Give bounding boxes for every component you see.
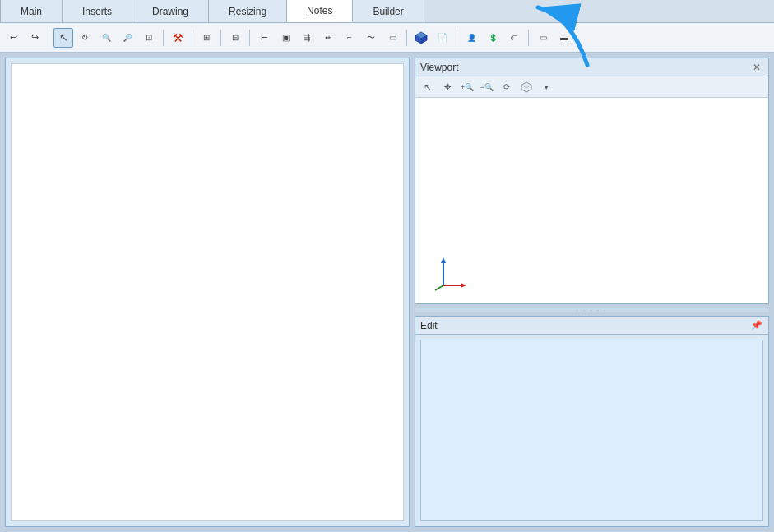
edit-header: Edit 📌: [415, 317, 768, 335]
tab-drawing[interactable]: Drawing: [132, 0, 209, 22]
arr2-button[interactable]: ⇷: [318, 28, 338, 48]
main-content: Viewport ✕ ↖ ✥ +🔍 −🔍 ⟳ ▾: [0, 53, 774, 532]
edit-title: Edit: [420, 320, 438, 331]
edit-pin-button[interactable]: 📌: [750, 319, 763, 332]
viewport-header: Viewport ✕: [415, 58, 768, 76]
resize-handle[interactable]: · · · · ·: [415, 308, 769, 312]
svg-line-11: [435, 285, 443, 290]
resize-button[interactable]: ⊟: [225, 28, 245, 48]
viewport-canvas[interactable]: [415, 98, 768, 303]
media1-button[interactable]: ▭: [533, 28, 553, 48]
resize-dots: · · · · ·: [576, 307, 607, 314]
select-button[interactable]: ↖: [53, 28, 73, 48]
sep5: [249, 30, 250, 46]
main-toolbar: ↩ ↪ ↖ ↻ 🔍 🔍 ⊡ ⚒ ⊞ ⊟ ⊢ ▣ ⇶ ⇷ ⌐ 〜 ▭ 📄 👤 💲 …: [0, 23, 774, 53]
edit-panel: Edit 📌: [415, 316, 769, 527]
sep1: [49, 30, 49, 46]
tab-builder[interactable]: Builder: [353, 0, 424, 22]
vp-zoom-out-button[interactable]: −🔍: [478, 79, 496, 95]
3d-panel-button[interactable]: [411, 28, 431, 48]
tab-main[interactable]: Main: [0, 0, 63, 22]
viewport-title: Viewport: [420, 62, 458, 73]
redo-button[interactable]: ↪: [25, 28, 44, 48]
canvas-panel: [5, 58, 410, 527]
vp-3d-icon: [520, 81, 533, 93]
undo-button[interactable]: ↩: [3, 28, 23, 48]
vp-zoom-in-button[interactable]: +🔍: [458, 79, 476, 95]
sep3: [192, 30, 192, 46]
vp-extra-button[interactable]: ▾: [537, 79, 555, 95]
grid-button[interactable]: ⊞: [197, 28, 216, 48]
rect-button[interactable]: ▭: [382, 28, 402, 48]
sep2: [163, 30, 164, 46]
tab-inserts[interactable]: Inserts: [63, 0, 132, 22]
tag-button[interactable]: 🏷: [504, 28, 524, 48]
corner-button[interactable]: ⌐: [340, 28, 359, 48]
money-button[interactable]: 💲: [483, 28, 503, 48]
measure-button[interactable]: ⊢: [254, 28, 274, 48]
zoom-out-button[interactable]: 🔍: [118, 28, 137, 48]
right-panel: Viewport ✕ ↖ ✥ +🔍 −🔍 ⟳ ▾: [415, 58, 769, 527]
sep7: [457, 30, 457, 46]
sep6: [406, 30, 407, 46]
svg-marker-10: [461, 283, 466, 288]
vp-pan-button[interactable]: ✥: [438, 79, 457, 95]
zoom-fit-button[interactable]: ⊡: [139, 28, 159, 48]
canvas-drawing-area[interactable]: [11, 63, 404, 521]
block-button[interactable]: ▣: [276, 28, 295, 48]
coordinate-axes: [427, 252, 468, 294]
rotate-button[interactable]: ↻: [75, 28, 95, 48]
drill-button[interactable]: ⚒: [168, 28, 188, 48]
vp-3d-button[interactable]: [517, 79, 535, 95]
arr1-button[interactable]: ⇶: [297, 28, 317, 48]
viewport-panel: Viewport ✕ ↖ ✥ +🔍 −🔍 ⟳ ▾: [415, 58, 769, 304]
media2-button[interactable]: ▬: [554, 28, 574, 48]
zoom-in-button[interactable]: 🔍: [96, 28, 116, 48]
tab-resizing[interactable]: Resizing: [209, 0, 287, 22]
tab-bar: Main Inserts Drawing Resizing Notes Buil…: [0, 0, 774, 23]
vp-select-button[interactable]: ↖: [419, 79, 437, 95]
tab-notes[interactable]: Notes: [287, 0, 353, 22]
viewport-close-button[interactable]: ✕: [750, 61, 763, 74]
page-button[interactable]: 📄: [433, 28, 452, 48]
edit-content-area[interactable]: [420, 340, 763, 521]
svg-marker-8: [441, 257, 446, 263]
wave-button[interactable]: 〜: [361, 28, 381, 48]
vp-orbit-button[interactable]: ⟳: [498, 79, 516, 95]
viewport-toolbar: ↖ ✥ +🔍 −🔍 ⟳ ▾: [415, 76, 768, 98]
cube-icon: [414, 30, 429, 45]
sep4: [220, 30, 221, 46]
person-button[interactable]: 👤: [461, 28, 481, 48]
svg-marker-6: [521, 82, 531, 88]
sep8: [528, 30, 529, 46]
